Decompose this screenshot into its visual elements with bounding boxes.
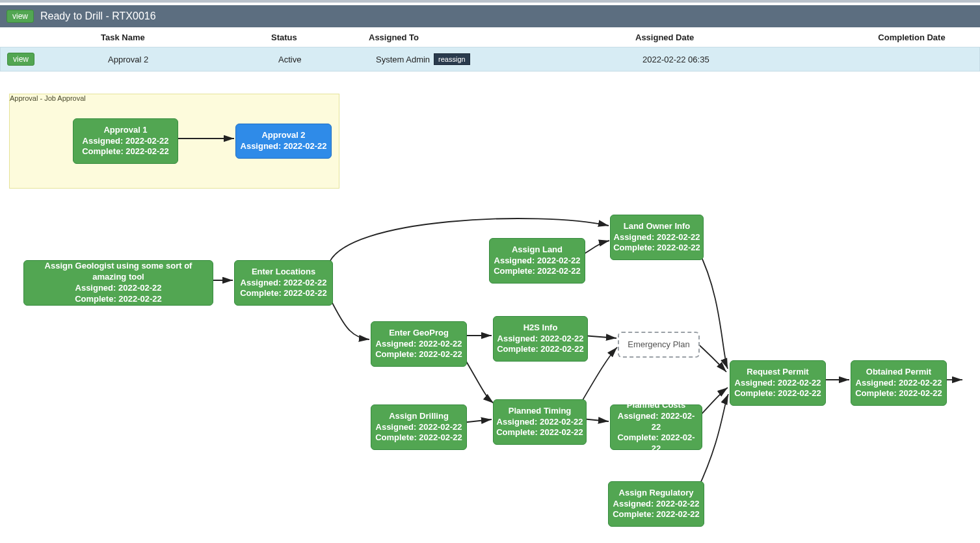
workflow-canvas: view Ready to Drill - RTX0016 Task Name … (0, 0, 980, 543)
node-title: Planned Costs (613, 400, 699, 411)
node-complete: Complete: 2022-02-22 (374, 432, 464, 444)
node-assigned: Assigned: 2022-02-22 (492, 256, 582, 267)
cell-assigned-date: 2022-02-22 06:35 (642, 55, 851, 64)
node-assigned: Assigned: 2022-02-22 (611, 499, 701, 510)
node-title: Approval 2 (239, 130, 328, 141)
node-assigned: Assigned: 2022-02-22 (237, 278, 330, 289)
node-title: Assign Drilling (374, 411, 464, 422)
node-assigned: Assigned: 2022-02-22 (733, 378, 823, 389)
node-complete: Complete: 2022-02-22 (76, 146, 175, 157)
reassign-button[interactable]: reassign (434, 53, 470, 65)
node-title: Approval 1 (76, 125, 175, 136)
col-assigned-to: Assigned To (369, 33, 635, 42)
col-task-name: Task Name (101, 33, 271, 42)
node-title: Land Owner Info (613, 221, 700, 232)
node-complete: Complete: 2022-02-22 (854, 388, 944, 399)
node-assigned: Assigned: 2022-02-22 (76, 136, 175, 147)
cell-status: Active (278, 55, 376, 64)
cell-assigned-to: System Admin (376, 55, 430, 64)
node-assigned: Assigned: 2022-02-22 (239, 141, 328, 152)
node-complete: Complete: 2022-02-22 (611, 509, 701, 520)
node-enter-geoprog[interactable]: Enter GeoProg Assigned: 2022-02-22 Compl… (371, 321, 467, 367)
node-title: H2S Info (496, 323, 585, 334)
col-status: Status (271, 33, 369, 42)
node-complete: Complete: 2022-02-22 (733, 388, 823, 399)
task-table-header: Task Name Status Assigned To Assigned Da… (0, 27, 980, 47)
node-title: Enter Locations (237, 267, 330, 278)
node-request-permit[interactable]: Request Permit Assigned: 2022-02-22 Comp… (730, 360, 826, 406)
node-land-owner-info[interactable]: Land Owner Info Assigned: 2022-02-22 Com… (610, 215, 704, 260)
page-header: view Ready to Drill - RTX0016 (0, 5, 980, 27)
node-title: Enter GeoProg (374, 328, 464, 339)
node-assigned: Assigned: 2022-02-22 (27, 283, 210, 294)
node-complete: Complete: 2022-02-22 (496, 344, 585, 355)
node-complete: Complete: 2022-02-22 (492, 266, 582, 277)
node-complete: Complete: 2022-02-22 (237, 288, 330, 299)
page-title: Ready to Drill - RTX0016 (40, 10, 156, 22)
node-assign-regulatory[interactable]: Assign Regulatory Assigned: 2022-02-22 C… (608, 481, 704, 527)
node-assigned: Assigned: 2022-02-22 (854, 378, 944, 389)
node-title: Assign Geologist using some sort of amaz… (27, 261, 210, 283)
node-assigned: Assigned: 2022-02-22 (374, 339, 464, 350)
node-assigned: Assigned: 2022-02-22 (613, 411, 699, 433)
node-assigned: Assigned: 2022-02-22 (374, 422, 464, 433)
header-view-button[interactable]: view (7, 10, 34, 23)
node-assign-land[interactable]: Assign Land Assigned: 2022-02-22 Complet… (489, 238, 585, 284)
node-enter-locations[interactable]: Enter Locations Assigned: 2022-02-22 Com… (234, 260, 333, 306)
node-emergency-plan[interactable]: Emergency Plan (618, 332, 700, 358)
node-planned-timing[interactable]: Planned Timing Assigned: 2022-02-22 Comp… (493, 399, 587, 445)
node-planned-costs[interactable]: Planned Costs Assigned: 2022-02-22 Compl… (610, 404, 702, 450)
approval-group-title: Approval - Job Approval (10, 90, 86, 102)
node-title: Emergency Plan (622, 339, 696, 351)
node-title: Assign Regulatory (611, 488, 701, 499)
node-complete: Complete: 2022-02-22 (613, 432, 699, 455)
node-assigned: Assigned: 2022-02-22 (613, 232, 700, 243)
col-assigned-date: Assigned Date (635, 33, 843, 42)
node-title: Assign Land (492, 245, 582, 256)
cell-task-name: Approval 2 (108, 55, 278, 64)
node-complete: Complete: 2022-02-22 (613, 243, 700, 254)
task-table-row[interactable]: view Approval 2 Active System Admin reas… (0, 47, 980, 72)
node-complete: Complete: 2022-02-22 (496, 427, 583, 438)
node-assign-geologist[interactable]: Assign Geologist using some sort of amaz… (23, 260, 213, 306)
node-approval-1[interactable]: Approval 1 Assigned: 2022-02-22 Complete… (73, 118, 178, 164)
node-complete: Complete: 2022-02-22 (27, 294, 210, 305)
node-complete: Complete: 2022-02-22 (374, 349, 464, 360)
node-title: Request Permit (733, 367, 823, 378)
svg-line-3 (583, 336, 616, 338)
node-h2s-info[interactable]: H2S Info Assigned: 2022-02-22 Complete: … (493, 316, 588, 362)
node-assign-drilling[interactable]: Assign Drilling Assigned: 2022-02-22 Com… (371, 404, 467, 450)
col-completion-date: Completion Date (843, 33, 980, 42)
node-title: Planned Timing (496, 406, 583, 417)
node-title: Obtained Permit (854, 367, 944, 378)
node-approval-2[interactable]: Approval 2 Assigned: 2022-02-22 (235, 124, 332, 159)
row-view-button[interactable]: view (7, 53, 34, 66)
node-assigned: Assigned: 2022-02-22 (496, 417, 583, 428)
node-assigned: Assigned: 2022-02-22 (496, 334, 585, 345)
node-obtained-permit[interactable]: Obtained Permit Assigned: 2022-02-22 Com… (851, 360, 947, 406)
